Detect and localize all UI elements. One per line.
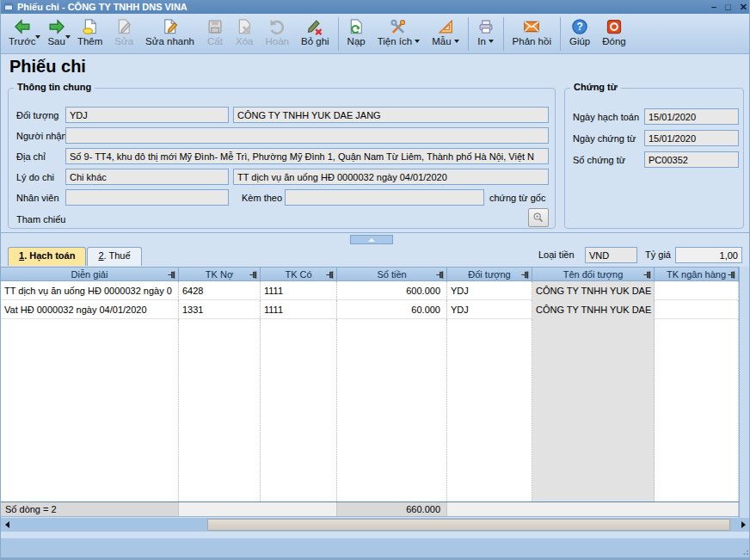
toolbar-button-sua-nhanh[interactable]: Sửa nhanh: [139, 15, 200, 52]
title-bar[interactable]: Phiếu chi - CÔNG TY TNHH DNS VINA – □ ✕: [1, 0, 750, 14]
toolbar-button-xoa[interactable]: Xóa: [230, 15, 259, 52]
tham-chieu-label: Tham chiếu: [16, 214, 65, 225]
chevron-down-icon[interactable]: [489, 40, 494, 43]
ty-gia-field[interactable]: [675, 247, 742, 263]
minimize-button[interactable]: –: [711, 0, 716, 14]
printer-icon: [477, 17, 495, 36]
toolbar-button-hoan[interactable]: Hoàn: [259, 15, 295, 52]
toolbar-button-truoc[interactable]: Trước: [3, 15, 41, 52]
quick-edit-icon: [162, 17, 179, 36]
nguoi-nhan-field[interactable]: [65, 127, 549, 144]
pin-icon[interactable]: [325, 270, 335, 280]
toolbar-separator: [560, 17, 561, 51]
scroll-right-arrow[interactable]: [737, 518, 749, 532]
grid-header-row: Diễn giải TK Nợ TK Có Số tiền Đối tượng …: [1, 267, 739, 281]
cell-so-tien[interactable]: 600.000: [337, 281, 447, 300]
ngay-chung-tu-field[interactable]: [644, 130, 739, 146]
chevron-down-icon[interactable]: [415, 40, 420, 43]
toolbar-button-phan-hoi[interactable]: Phản hồi: [507, 15, 557, 52]
pin-icon[interactable]: [167, 270, 176, 280]
toolbar-button-tien-ich[interactable]: Tiện ích: [372, 15, 426, 52]
doi-tuong-code-field[interactable]: [65, 107, 229, 123]
save-floppy-icon: [206, 17, 224, 36]
collapse-splitter-button[interactable]: [350, 235, 393, 244]
kem-theo-field[interactable]: [285, 189, 484, 206]
cell-dien-giai[interactable]: Vat HĐ 0000032 ngày 04/01/2020: [1, 300, 179, 319]
chevron-down-icon[interactable]: [65, 35, 71, 39]
pin-icon[interactable]: [435, 270, 445, 280]
toolbar-button-nap[interactable]: Nạp: [341, 15, 372, 52]
close-app-icon: [606, 17, 623, 36]
cell-tk-no[interactable]: 1331: [179, 300, 261, 319]
nhan-vien-field[interactable]: [65, 189, 229, 206]
collapse-arrow-icon: [368, 238, 375, 242]
column-header-tk-co[interactable]: TK Có: [261, 268, 337, 280]
so-chung-tu-field[interactable]: [644, 151, 739, 168]
column-header-tk-no[interactable]: TK Nợ: [179, 268, 261, 280]
cell-tk-co[interactable]: 1111: [261, 300, 337, 319]
table-row[interactable]: Vat HĐ 0000032 ngày 04/01/2020 1331 1111…: [1, 300, 739, 319]
table-row[interactable]: TT dịch vụ ăn uống HĐ 0000032 ngày 0 642…: [1, 281, 739, 300]
cell-so-tien[interactable]: 60.000: [337, 300, 447, 319]
toolbar-button-in[interactable]: In: [471, 15, 501, 52]
arrow-right-icon: [48, 17, 65, 36]
cell-tk-co[interactable]: 1111: [261, 281, 337, 300]
magnifier-icon: [532, 212, 544, 224]
horizontal-scrollbar[interactable]: [1, 518, 750, 532]
grid-summary-row: Số dòng = 2 660.000: [1, 502, 739, 517]
toolbar-button-them[interactable]: Thêm: [71, 15, 108, 52]
chevron-down-icon[interactable]: [454, 40, 459, 43]
edit-document-icon: [115, 17, 132, 36]
scroll-left-arrow[interactable]: [1, 518, 13, 532]
dia-chi-field[interactable]: [65, 148, 549, 164]
tab-hach-toan[interactable]: 1. Hạch toán: [8, 247, 86, 266]
page-title: Phiếu chi: [9, 57, 86, 77]
resize-grip[interactable]: [741, 547, 749, 556]
toolbar-button-sau[interactable]: Sau: [41, 15, 71, 52]
cell-doi-tuong[interactable]: YDJ: [447, 281, 532, 300]
ly-do-chi-detail-field[interactable]: [233, 169, 549, 185]
cell-tk-no[interactable]: 6428: [179, 281, 261, 300]
toolbar-button-dong[interactable]: Đóng: [596, 15, 632, 52]
close-button[interactable]: ✕: [740, 0, 747, 14]
column-header-dien-giai[interactable]: Diễn giải: [1, 268, 179, 280]
vertical-scrollbar[interactable]: [739, 267, 750, 518]
pin-icon[interactable]: [727, 270, 736, 280]
pin-icon[interactable]: [642, 270, 652, 280]
undo-icon: [268, 17, 286, 36]
column-header-so-tien[interactable]: Số tiền: [337, 268, 447, 280]
column-header-doi-tuong[interactable]: Đối tượng: [447, 268, 532, 280]
cell-ten-doi-tuong: CÔNG TY TNHH YUK DAE: [532, 281, 655, 300]
cell-tk-ngan-hang[interactable]: [655, 300, 739, 319]
refresh-document-icon: [347, 17, 365, 36]
scrollbar-thumb[interactable]: [207, 519, 730, 531]
help-icon: ?: [571, 17, 588, 36]
doi-tuong-label: Đối tượng: [16, 110, 58, 120]
column-header-tk-ngan-hang[interactable]: TK ngân hàng: [655, 268, 739, 280]
tab-thue[interactable]: 2. Thuế: [87, 247, 141, 266]
maximize-button[interactable]: □: [725, 0, 731, 14]
ly-do-chi-type-field[interactable]: [65, 169, 229, 185]
cell-doi-tuong[interactable]: YDJ: [447, 300, 532, 319]
toolbar-button-giup[interactable]: ? Giúp: [563, 15, 596, 52]
pin-icon[interactable]: [249, 270, 258, 280]
ngay-hach-toan-label: Ngày hạch toán: [573, 112, 639, 122]
dia-chi-label: Địa chỉ: [16, 151, 46, 162]
toolbar-button-bo-ghi[interactable]: Bỏ ghi: [295, 15, 335, 52]
cell-dien-giai[interactable]: TT dịch vụ ăn uống HĐ 0000032 ngày 0: [1, 281, 179, 300]
toolbar-separator: [338, 17, 339, 51]
chevron-down-icon[interactable]: [35, 35, 40, 39]
doi-tuong-name-field[interactable]: [233, 107, 549, 123]
pin-icon[interactable]: [520, 270, 530, 280]
cell-tk-ngan-hang[interactable]: [655, 281, 739, 300]
loai-tien-field[interactable]: [585, 247, 637, 263]
toolbar-button-mau[interactable]: Mẫu: [426, 15, 464, 52]
delete-document-icon: [236, 17, 253, 36]
column-header-ten-doi-tuong[interactable]: Tên đối tượng: [532, 268, 655, 280]
tham-chieu-lookup-button[interactable]: [528, 208, 549, 227]
ngay-hach-toan-field[interactable]: [644, 108, 739, 125]
toolbar-button-cat[interactable]: Cất: [200, 15, 230, 52]
hach-toan-grid: Diễn giải TK Nợ TK Có Số tiền Đối tượng …: [1, 267, 739, 517]
detail-tabs: 1. Hạch toán 2. Thuế: [8, 247, 143, 266]
toolbar-button-sua[interactable]: Sửa: [108, 15, 139, 52]
